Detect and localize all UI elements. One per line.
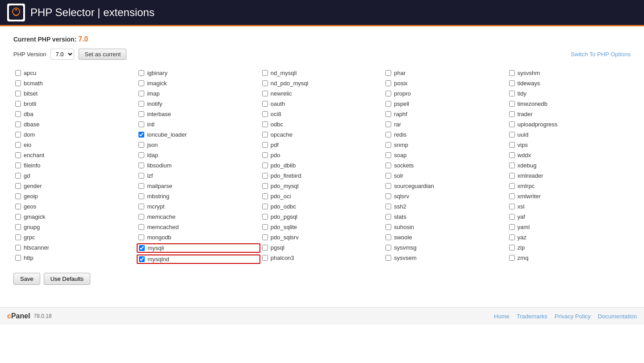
label-rar[interactable]: rar <box>394 121 401 128</box>
label-pdo[interactable]: pdo <box>271 152 280 159</box>
checkbox-phar[interactable] <box>385 70 391 76</box>
label-eio[interactable]: eio <box>24 142 31 148</box>
checkbox-pdo_odbc[interactable] <box>262 204 268 209</box>
label-bcmath[interactable]: bcmath <box>24 80 43 87</box>
checkbox-yaf[interactable] <box>509 214 515 220</box>
label-phar[interactable]: phar <box>394 70 406 76</box>
checkbox-ssh2[interactable] <box>385 204 391 209</box>
checkbox-mbstring[interactable] <box>138 193 144 199</box>
checkbox-dba[interactable] <box>15 111 21 117</box>
checkbox-oauth[interactable] <box>262 101 268 107</box>
php-version-select[interactable]: 7.0 5.1 5.2 5.3 5.4 5.5 5.6 7.1 7.2 7.3 … <box>50 49 74 60</box>
checkbox-redis[interactable] <box>385 132 391 138</box>
checkbox-pdo_oci[interactable] <box>262 193 268 199</box>
checkbox-imap[interactable] <box>138 91 144 96</box>
label-gmagick[interactable]: gmagick <box>24 213 45 220</box>
checkbox-pdo_pgsql[interactable] <box>262 214 268 220</box>
checkbox-pdo_firebird[interactable] <box>262 173 268 179</box>
label-pgsql[interactable]: pgsql <box>271 244 284 251</box>
checkbox-mysqli[interactable] <box>139 245 145 251</box>
label-suhosin[interactable]: suhosin <box>394 224 414 230</box>
checkbox-dom[interactable] <box>15 132 21 138</box>
label-pdo_sqlite[interactable]: pdo_sqlite <box>271 224 297 230</box>
label-uploadprogress[interactable]: uploadprogress <box>518 121 558 128</box>
checkbox-uploadprogress[interactable] <box>509 121 515 127</box>
checkbox-inotify[interactable] <box>138 101 144 107</box>
label-swoole[interactable]: swoole <box>394 234 412 241</box>
checkbox-odbc[interactable] <box>262 121 268 127</box>
checkbox-nd_pdo_mysql[interactable] <box>262 80 268 86</box>
label-redis[interactable]: redis <box>394 131 406 138</box>
label-inotify[interactable]: inotify <box>147 100 162 107</box>
label-mysqli[interactable]: mysqli <box>147 245 164 251</box>
checkbox-imagick[interactable] <box>138 80 144 86</box>
checkbox-sysvshm[interactable] <box>509 70 515 76</box>
checkbox-xmlreader[interactable] <box>509 173 515 179</box>
label-gender[interactable]: gender <box>24 183 42 189</box>
checkbox-intl[interactable] <box>138 121 144 127</box>
label-uuid[interactable]: uuid <box>518 131 529 138</box>
label-pdo_odbc[interactable]: pdo_odbc <box>271 203 296 210</box>
label-apcu[interactable]: apcu <box>24 70 36 76</box>
label-sockets[interactable]: sockets <box>394 162 414 169</box>
checkbox-interbase[interactable] <box>138 111 144 117</box>
set-as-current-button[interactable]: Set as current <box>79 49 126 60</box>
label-raphf[interactable]: raphf <box>394 111 407 117</box>
label-imagick[interactable]: imagick <box>147 80 167 87</box>
label-pdo_pgsql[interactable]: pdo_pgsql <box>271 213 297 220</box>
use-defaults-button[interactable]: Use Defaults <box>44 273 90 285</box>
checkbox-pgsql[interactable] <box>262 245 268 250</box>
checkbox-zip[interactable] <box>509 245 515 250</box>
label-ldap[interactable]: ldap <box>147 152 158 159</box>
label-gnupg[interactable]: gnupg <box>24 224 40 230</box>
footer-link-privacy-policy[interactable]: Privacy Policy <box>555 313 591 320</box>
checkbox-sysvsem[interactable] <box>385 255 391 261</box>
checkbox-pdo_sqlite[interactable] <box>262 224 268 230</box>
label-mongodb[interactable]: mongodb <box>147 234 171 241</box>
label-timezonedb[interactable]: timezonedb <box>518 100 548 107</box>
checkbox-yaz[interactable] <box>509 234 515 240</box>
label-sqlsrv[interactable]: sqlsrv <box>394 193 409 200</box>
label-yaf[interactable]: yaf <box>518 213 525 220</box>
label-igbinary[interactable]: igbinary <box>147 70 167 76</box>
label-nd_mysqli[interactable]: nd_mysqli <box>271 70 297 76</box>
label-phalcon3[interactable]: phalcon3 <box>271 255 294 261</box>
label-fileinfo[interactable]: fileinfo <box>24 162 41 169</box>
checkbox-geos[interactable] <box>15 204 21 209</box>
label-xmlrpc[interactable]: xmlrpc <box>518 183 535 189</box>
checkbox-bcmath[interactable] <box>15 80 21 86</box>
label-odbc[interactable]: odbc <box>271 121 283 128</box>
label-opcache[interactable]: opcache <box>271 131 293 138</box>
label-stats[interactable]: stats <box>394 213 406 220</box>
label-ssh2[interactable]: ssh2 <box>394 203 406 210</box>
checkbox-snmp[interactable] <box>385 142 391 148</box>
checkbox-http[interactable] <box>15 255 21 261</box>
checkbox-zmq[interactable] <box>509 255 515 261</box>
checkbox-memcached[interactable] <box>138 224 144 230</box>
label-http[interactable]: http <box>24 255 33 261</box>
label-intl[interactable]: intl <box>147 121 155 128</box>
checkbox-mcrypt[interactable] <box>138 204 144 209</box>
label-tideways[interactable]: tideways <box>518 80 540 87</box>
checkbox-newrelic[interactable] <box>262 91 268 96</box>
label-wddx[interactable]: wddx <box>518 152 531 159</box>
checkbox-vips[interactable] <box>509 142 515 148</box>
footer-link-trademarks[interactable]: Trademarks <box>517 313 548 320</box>
label-memcache[interactable]: memcache <box>147 213 176 220</box>
save-button[interactable]: Save <box>13 273 40 285</box>
checkbox-uuid[interactable] <box>509 132 515 138</box>
checkbox-json[interactable] <box>138 142 144 148</box>
checkbox-opcache[interactable] <box>262 132 268 138</box>
checkbox-propro[interactable] <box>385 91 391 96</box>
label-memcached[interactable]: memcached <box>147 224 179 230</box>
label-dba[interactable]: dba <box>24 111 33 117</box>
label-sysvmsg[interactable]: sysvmsg <box>394 244 417 251</box>
checkbox-stats[interactable] <box>385 214 391 220</box>
label-snmp[interactable]: snmp <box>394 142 408 148</box>
label-oci8[interactable]: oci8 <box>271 111 281 117</box>
checkbox-pdo[interactable] <box>262 152 268 158</box>
label-xsl[interactable]: xsl <box>518 203 525 210</box>
label-gd[interactable]: gd <box>24 172 30 179</box>
label-geoip[interactable]: geoip <box>24 193 38 200</box>
label-xdebug[interactable]: xdebug <box>518 162 537 169</box>
